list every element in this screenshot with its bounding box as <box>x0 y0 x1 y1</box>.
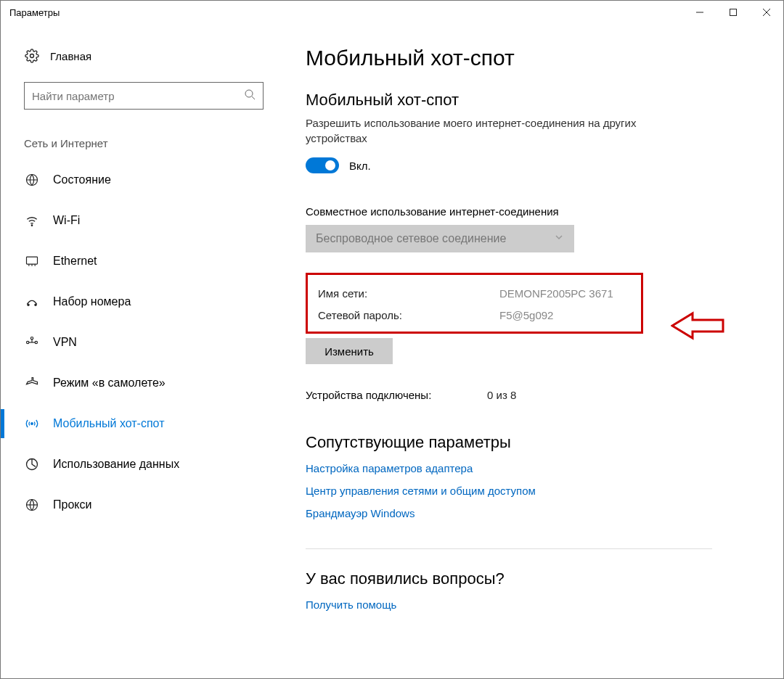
divider <box>306 548 712 549</box>
dialup-icon <box>24 294 40 310</box>
sidebar-item-label: Набор номера <box>53 295 131 308</box>
ethernet-icon <box>24 253 40 269</box>
sidebar-item-label: Использование данных <box>53 458 179 471</box>
devices-value: 0 из 8 <box>487 389 516 401</box>
close-button[interactable] <box>750 1 783 24</box>
link-network-center[interactable]: Центр управления сетями и общим доступом <box>306 485 754 497</box>
home-link[interactable]: Главная <box>18 41 262 70</box>
maximize-button[interactable] <box>716 1 750 24</box>
network-info-box: Имя сети: DEMONF2005PC 3671 Сетевой паро… <box>306 273 643 334</box>
connection-value: Беспроводное сетевое соединение <box>316 232 506 245</box>
network-password-value: F5@5g092 <box>499 309 553 321</box>
sidebar-item-label: Режим «в самолете» <box>53 376 166 390</box>
sidebar-item-vpn[interactable]: VPN <box>18 322 262 363</box>
search-box[interactable] <box>24 82 264 110</box>
edit-button[interactable]: Изменить <box>306 338 393 364</box>
sidebar-item-dialup[interactable]: Набор номера <box>18 281 262 322</box>
globe-icon <box>24 172 40 188</box>
titlebar: Параметры <box>1 1 783 24</box>
wifi-icon <box>24 213 40 229</box>
svg-point-20 <box>31 423 33 425</box>
svg-point-5 <box>245 90 253 97</box>
svg-point-15 <box>27 341 29 343</box>
sidebar: Главная Сеть и Интернет Состояние Wi-Fi … <box>1 24 262 678</box>
network-password-label: Сетевой пароль: <box>318 309 499 321</box>
link-get-help[interactable]: Получить помощь <box>306 598 754 611</box>
sidebar-item-hotspot[interactable]: Мобильный хот-спот <box>18 403 262 444</box>
help-heading: У вас появились вопросы? <box>306 569 754 588</box>
link-adapter-settings[interactable]: Настройка параметров адаптера <box>306 462 754 474</box>
connection-select: Беспроводное сетевое соединение <box>306 225 574 252</box>
sidebar-item-label: Ethernet <box>53 255 97 268</box>
vpn-icon <box>24 334 40 350</box>
window-title: Параметры <box>9 7 60 18</box>
main-content: Мобильный хот-спот Мобильный хот-спот Ра… <box>262 24 783 678</box>
svg-rect-1 <box>730 9 737 16</box>
minimize-button[interactable] <box>683 1 716 24</box>
share-label: Совместное использование интернет-соедин… <box>306 205 754 218</box>
data-usage-icon <box>24 456 40 472</box>
hotspot-icon <box>24 416 40 432</box>
sidebar-item-wifi[interactable]: Wi-Fi <box>18 200 262 241</box>
search-icon <box>244 89 256 103</box>
page-title: Мобильный хот-спот <box>306 46 754 70</box>
hotspot-desc: Разрешить использование моего интернет-с… <box>306 115 669 146</box>
annotation-arrow-icon <box>671 309 726 345</box>
sidebar-item-label: Мобильный хот-спот <box>53 417 164 430</box>
svg-point-16 <box>35 341 37 343</box>
proxy-icon <box>24 497 40 513</box>
sidebar-item-label: Состояние <box>53 173 111 186</box>
hotspot-toggle-label: Вкл. <box>349 160 371 172</box>
link-firewall[interactable]: Брандмауэр Windows <box>306 507 754 519</box>
svg-point-4 <box>30 54 34 58</box>
sidebar-item-label: Прокси <box>53 498 91 511</box>
home-label: Главная <box>50 50 91 62</box>
hotspot-heading: Мобильный хот-спот <box>306 91 754 110</box>
hotspot-toggle[interactable] <box>306 157 339 173</box>
sidebar-group: Сеть и Интернет <box>18 127 262 160</box>
svg-point-14 <box>35 304 36 305</box>
related-heading: Сопутствующие параметры <box>306 433 754 452</box>
network-name-value: DEMONF2005PC 3671 <box>499 287 613 300</box>
sidebar-item-datausage[interactable]: Использование данных <box>18 444 262 485</box>
sidebar-item-airplane[interactable]: Режим «в самолете» <box>18 363 262 403</box>
svg-rect-9 <box>27 257 38 264</box>
sidebar-item-status[interactable]: Состояние <box>18 160 262 200</box>
search-input[interactable] <box>32 90 244 102</box>
gear-icon <box>24 48 40 64</box>
devices-label: Устройства подключены: <box>306 389 487 401</box>
sidebar-item-proxy[interactable]: Прокси <box>18 485 262 525</box>
svg-line-6 <box>252 96 255 99</box>
network-name-label: Имя сети: <box>318 287 499 300</box>
sidebar-item-label: Wi-Fi <box>53 214 80 227</box>
svg-point-13 <box>28 304 29 305</box>
svg-point-18 <box>30 337 33 340</box>
sidebar-item-label: VPN <box>53 336 77 349</box>
airplane-icon <box>24 375 40 391</box>
chevron-down-icon <box>554 232 564 245</box>
sidebar-item-ethernet[interactable]: Ethernet <box>18 241 262 281</box>
svg-point-8 <box>31 225 32 226</box>
